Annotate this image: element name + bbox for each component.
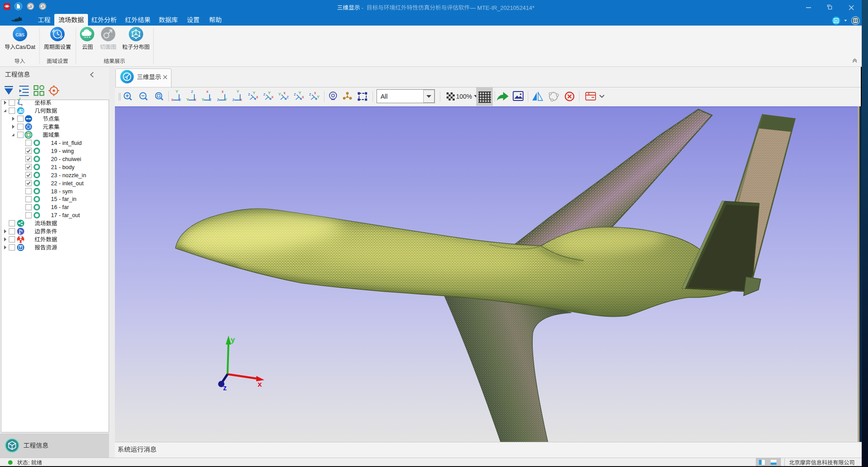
svg-text:Y: Y — [202, 97, 204, 102]
svg-text:21 - body: 21 - body — [51, 164, 75, 170]
svg-text:17 - far_out: 17 - far_out — [51, 212, 80, 218]
svg-text:All: All — [381, 93, 388, 100]
svg-text:cas: cas — [15, 31, 25, 38]
svg-text:— MTE-IR_2021052414*: — MTE-IR_2021052414* — [470, 4, 535, 11]
svg-text:x: x — [194, 97, 197, 102]
svg-text:z: z — [263, 92, 266, 96]
svg-text:Y: Y — [278, 92, 281, 96]
svg-text:x: x — [258, 380, 262, 388]
svg-text:x: x — [302, 95, 304, 99]
svg-text:x: x — [314, 91, 316, 95]
svg-text:23 - nozzle_in: 23 - nozzle_in — [51, 172, 86, 179]
svg-text:z: z — [17, 101, 18, 105]
svg-text:Y: Y — [224, 97, 227, 102]
svg-text:z: z — [248, 92, 250, 96]
svg-text:14 - int_fluid: 14 - int_fluid — [51, 140, 82, 146]
svg-text:x: x — [222, 89, 224, 94]
svg-text:22 - inlet_out: 22 - inlet_out — [51, 180, 84, 187]
svg-text:z: z — [294, 92, 296, 96]
svg-text:z: z — [287, 95, 289, 99]
svg-text:z: z — [210, 97, 212, 102]
svg-text:Y: Y — [268, 91, 271, 95]
svg-text:Y: Y — [186, 97, 189, 102]
svg-text:Y: Y — [253, 91, 255, 95]
svg-text:y: y — [231, 336, 235, 344]
svg-text:16 - far: 16 - far — [51, 204, 69, 210]
svg-text:x: x — [256, 95, 259, 99]
svg-text:x: x — [272, 95, 274, 99]
svg-text:100%: 100% — [456, 93, 472, 100]
svg-text:z: z — [217, 97, 219, 102]
svg-text:z: z — [223, 384, 227, 392]
svg-text:18 - sym: 18 - sym — [51, 188, 73, 195]
svg-text::: : — [28, 460, 29, 466]
svg-text:z: z — [232, 97, 235, 102]
svg-text:15 - far_in: 15 - far_in — [51, 196, 77, 202]
svg-text:Y: Y — [19, 97, 21, 100]
svg-text:x: x — [284, 91, 286, 95]
svg-text:z: z — [309, 92, 311, 96]
svg-text:Cas/Dat: Cas/Dat — [16, 44, 36, 50]
svg-text:x: x — [240, 97, 242, 102]
svg-text:Y: Y — [237, 89, 239, 94]
svg-text:z: z — [191, 89, 193, 94]
svg-text:Y: Y — [175, 89, 178, 94]
svg-text:z: z — [179, 97, 181, 102]
svg-text:x: x — [206, 89, 209, 94]
svg-text:-: - — [361, 4, 363, 11]
svg-text:x: x — [171, 97, 174, 102]
svg-text:20 - chuiwei: 20 - chuiwei — [51, 156, 81, 162]
svg-text:Y: Y — [317, 95, 320, 99]
svg-text:19 - wing: 19 - wing — [51, 148, 74, 154]
svg-text:Y: Y — [298, 91, 301, 95]
